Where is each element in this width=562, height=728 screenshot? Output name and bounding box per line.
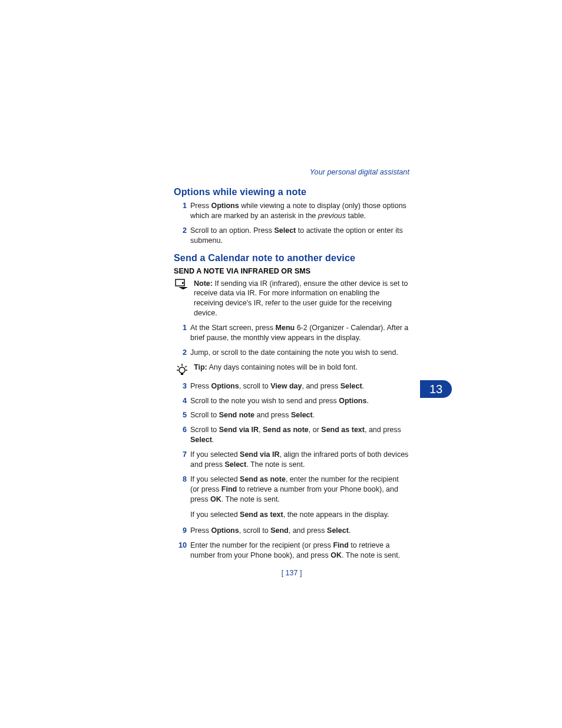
step-text: Press Options, scroll to View day, and p… <box>190 381 409 391</box>
list-item: 7If you selected Send via IR, align the … <box>174 450 409 470</box>
step-number: 9 <box>174 526 187 536</box>
svg-point-3 <box>179 367 185 373</box>
heading-options-viewing-note: Options while viewing a note <box>174 187 409 197</box>
list-item: 2Scroll to an option. Press Select to ac… <box>174 226 409 246</box>
note-text: Note: If sending via IR (infrared), ensu… <box>194 279 409 319</box>
step-text: Press Options while viewing a note to di… <box>190 201 409 221</box>
step-text: At the Start screen, press Menu 6-2 (Org… <box>190 323 409 343</box>
svg-rect-4 <box>181 373 183 375</box>
list-item: 10Enter the number for the recipient (or… <box>174 541 409 561</box>
note-icon <box>174 279 190 291</box>
list-item: 5Scroll to Send note and press Select. <box>174 410 409 420</box>
step-number: 5 <box>174 410 187 420</box>
step-number: 2 <box>174 226 187 236</box>
paragraph-after-8: If you selected Send as text, the note a… <box>190 510 409 520</box>
running-head: Your personal digital assistant <box>174 168 409 176</box>
list-item: 6Scroll to Send via IR, Send as note, or… <box>174 425 409 445</box>
page-number: [ 137 ] <box>174 569 409 577</box>
step-text: Scroll to Send note and press Select. <box>190 410 409 420</box>
step-number: 2 <box>174 348 187 358</box>
tip-callout: Tip: Any days containing notes will be i… <box>174 363 409 377</box>
svg-line-7 <box>185 366 187 367</box>
list-item: 8If you selected Send as note, enter the… <box>174 475 409 505</box>
step-number: 7 <box>174 450 187 460</box>
step-text: Jump, or scroll to the date containing t… <box>190 348 409 358</box>
list-item: 2Jump, or scroll to the date containing … <box>174 348 409 358</box>
step-number: 1 <box>174 323 187 333</box>
note-callout: Note: If sending via IR (infrared), ensu… <box>174 279 409 319</box>
list-section2b: 3Press Options, scroll to View day, and … <box>174 381 409 505</box>
tip-text: Tip: Any days containing notes will be i… <box>194 363 409 373</box>
list-item: 4Scroll to the note you wish to send and… <box>174 396 409 406</box>
chapter-tab: 13 <box>420 380 452 398</box>
list-item: 9Press Options, scroll to Send, and pres… <box>174 526 409 536</box>
step-number: 1 <box>174 201 187 211</box>
list-section1: 1Press Options while viewing a note to d… <box>174 201 409 246</box>
list-item: 1Press Options while viewing a note to d… <box>174 201 409 221</box>
step-number: 6 <box>174 425 187 435</box>
heading-send-calendar-note: Send a Calendar note to another device <box>174 253 409 263</box>
step-text: Scroll to the note you wish to send and … <box>190 396 409 406</box>
step-text: If you selected Send via IR, align the i… <box>190 450 409 470</box>
step-text: Scroll to Send via IR, Send as note, or … <box>190 425 409 445</box>
step-text: Enter the number for the recipient (or p… <box>190 541 409 561</box>
subheading-send-via-ir-sms: SEND A NOTE VIA INFRARED OR SMS <box>174 267 409 275</box>
step-number: 10 <box>174 541 187 551</box>
tip-icon <box>174 363 190 377</box>
svg-line-6 <box>177 366 179 367</box>
list-item: 1At the Start screen, press Menu 6-2 (Or… <box>174 323 409 343</box>
list-section2a: 1At the Start screen, press Menu 6-2 (Or… <box>174 323 409 358</box>
svg-marker-2 <box>178 287 188 289</box>
step-text: If you selected Send as note, enter the … <box>190 475 409 505</box>
step-number: 4 <box>174 396 187 406</box>
step-text: Press Options, scroll to Send, and press… <box>190 526 409 536</box>
step-text: Scroll to an option. Press Select to act… <box>190 226 409 246</box>
page-content: Your personal digital assistant Options … <box>174 168 409 565</box>
step-number: 8 <box>174 475 187 485</box>
list-section2c: 9Press Options, scroll to Send, and pres… <box>174 526 409 561</box>
step-number: 3 <box>174 381 187 391</box>
list-item: 3Press Options, scroll to View day, and … <box>174 381 409 391</box>
